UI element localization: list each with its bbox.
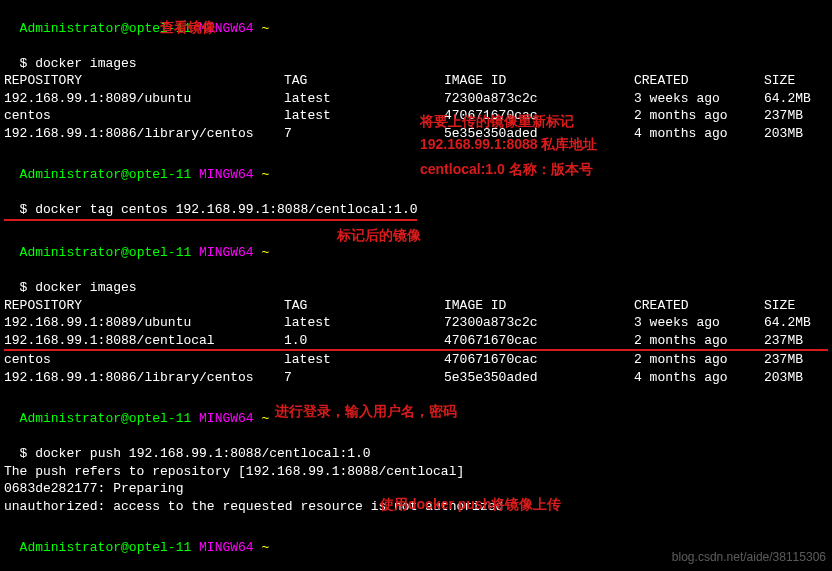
table-row: 192.168.99.1:8086/library/centos75e35e35…	[4, 125, 828, 143]
table2-header: REPOSITORYTAGIMAGE IDCREATEDSIZE	[4, 297, 828, 315]
annotation-tagged-image: 标记后的镜像	[337, 226, 421, 245]
table-row: 192.168.99.1:8086/library/centos75e35e35…	[4, 369, 828, 387]
annotation-view-images: 查看镜像	[160, 18, 216, 37]
push-output: The push refers to repository [192.168.9…	[4, 463, 828, 481]
annotation-repo-addr: 192.168.99.1:8088 私库地址	[420, 135, 597, 154]
cmd-docker-images-1[interactable]: $ docker images	[4, 37, 828, 72]
table-row: 192.168.99.1:8089/ubuntulatest72300a873c…	[4, 314, 828, 332]
cmd-docker-images-2[interactable]: $ docker images	[4, 262, 828, 297]
watermark: blog.csdn.net/aide/38115306	[672, 549, 826, 565]
annotation-login: 进行登录，输入用户名，密码	[275, 402, 457, 421]
annotation-name-version: centlocal:1.0 名称：版本号	[420, 160, 593, 179]
table1-header: REPOSITORY TAG IMAGE ID CREATED SIZE	[4, 72, 828, 90]
table-row: 192.168.99.1:8089/ubuntulatest72300a873c…	[4, 90, 828, 108]
annotation-retag: 将要上传的镜像重新标记	[420, 112, 574, 131]
cmd-docker-push-1[interactable]: $ docker push 192.168.99.1:8088/centloca…	[4, 428, 828, 463]
table-row: centoslatest470671670cac2 months ago237M…	[4, 107, 828, 125]
cmd-docker-tag[interactable]: $ docker tag centos 192.168.99.1:8088/ce…	[4, 183, 417, 220]
table-row: centoslatest470671670cac2 months ago237M…	[4, 351, 828, 369]
annotation-push: 使用docker push将镜像上传	[380, 495, 561, 514]
table-row-tagged: 192.168.99.1:8088/centlocal1.0470671670c…	[4, 332, 828, 352]
prompt-1: Administrator@optel-11 MINGW64 ~	[4, 2, 828, 37]
prompt-2: Administrator@optel-11 MINGW64 ~	[4, 148, 828, 183]
